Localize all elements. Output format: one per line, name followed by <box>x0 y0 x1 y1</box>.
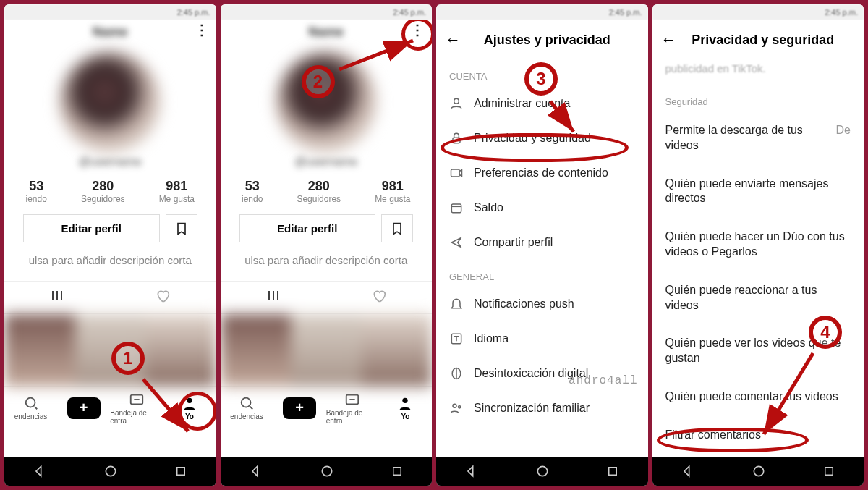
privacy-header: ← Privacidad y seguridad <box>652 20 864 59</box>
home-icon[interactable] <box>103 464 118 478</box>
profile-stats: 53iendo 280Seguidores 981Me gusta <box>4 179 216 204</box>
back-icon[interactable] <box>33 464 47 478</box>
profile-tabs <box>221 281 433 314</box>
tab-grid[interactable] <box>221 282 326 313</box>
section-seguridad: Seguridad <box>652 77 864 111</box>
status-bar: 2:45 p.m. <box>652 4 864 20</box>
stat-following[interactable]: 53iendo <box>26 179 47 204</box>
screenshot-1: 2:45 p.m. Name ⋮ @username 53iendo 280Se… <box>4 4 216 486</box>
back-button[interactable]: ← <box>445 30 468 49</box>
stat-likes[interactable]: 981Me gusta <box>159 179 195 204</box>
annotation-arrow-2 <box>333 35 427 78</box>
stat-followers[interactable]: 280Seguidores <box>297 179 341 204</box>
settings-title: Ajustes y privacidad <box>474 33 639 48</box>
tab-liked[interactable] <box>110 282 216 313</box>
row-cuentas-bloqueadas[interactable]: Cuentas bloqueadas <box>652 455 864 457</box>
status-bar: 2:45 p.m. <box>436 4 648 20</box>
stat-likes[interactable]: 981Me gusta <box>375 179 410 204</box>
annotation-1: 1 <box>111 342 145 375</box>
more-menu-button[interactable]: ⋮ <box>195 28 209 32</box>
bottom-nav: endencias + Bandeja de entra Yo <box>221 386 433 428</box>
svg-point-16 <box>459 406 461 408</box>
row-sincronizacion-familiar[interactable]: Sincronización familiar <box>436 391 648 426</box>
android-navbar <box>4 457 216 486</box>
tab-grid[interactable] <box>4 282 110 313</box>
edit-profile-button[interactable]: Editar perfil <box>23 214 160 242</box>
svg-point-3 <box>106 466 116 476</box>
svg-rect-9 <box>393 468 401 476</box>
bio-prompt[interactable]: ulsa para añadir descripción corta <box>221 254 433 266</box>
screenshot-4: 2:45 p.m. ← Privacidad y seguridad publi… <box>652 4 864 486</box>
nav-inbox[interactable]: Bandeja de entra <box>326 392 379 425</box>
watermark: andro4all <box>569 374 637 387</box>
video-grid[interactable] <box>221 314 433 386</box>
nav-home[interactable]: endencias <box>221 395 273 421</box>
home-icon[interactable] <box>535 464 550 478</box>
general-list: Notificaciones push Idioma Desintoxicaci… <box>436 287 648 426</box>
stat-followers[interactable]: 280Seguidores <box>81 179 125 204</box>
status-bar: 2:45 p.m. <box>221 4 433 20</box>
status-bar: 2:45 p.m. <box>4 4 216 20</box>
svg-rect-18 <box>609 468 617 476</box>
annotation-4: 4 <box>809 316 842 349</box>
nav-create[interactable]: + <box>273 397 326 419</box>
profile-name-blurred: Name <box>12 25 209 40</box>
truncated-text: publicidad en TikTok. <box>652 59 864 77</box>
recents-icon[interactable] <box>391 465 404 478</box>
profile-header: Name ⋮ <box>4 20 216 44</box>
username-blurred: @username <box>4 156 216 169</box>
android-navbar <box>652 457 864 486</box>
profile-stats: 53iendo 280Seguidores 981Me gusta <box>221 179 433 204</box>
tab-liked[interactable] <box>326 282 432 313</box>
svg-point-10 <box>454 98 459 104</box>
home-icon[interactable] <box>752 464 766 478</box>
back-icon[interactable] <box>464 464 479 478</box>
svg-point-0 <box>25 398 35 407</box>
recents-icon[interactable] <box>822 465 835 478</box>
screenshot-2: 2:45 p.m. Name ⋮ @username 53iendo 280Se… <box>221 4 433 486</box>
row-mensajes-directos[interactable]: Quién puede enviarte mensajes directos <box>652 165 864 219</box>
username-blurred: @username <box>221 156 433 169</box>
annotation-arrow-1 <box>136 372 201 444</box>
row-duo-pegar[interactable]: Quién puede hacer un Dúo con tus videos … <box>652 218 864 271</box>
android-navbar <box>221 457 433 486</box>
bookmark-button[interactable] <box>381 214 413 242</box>
svg-point-7 <box>403 398 408 403</box>
back-icon[interactable] <box>249 464 263 478</box>
settings-header: ← Ajustes y privacidad <box>436 20 648 59</box>
annotation-arrow-4 <box>751 349 823 443</box>
svg-rect-12 <box>451 169 460 177</box>
svg-point-15 <box>453 404 456 407</box>
stat-following[interactable]: 53iendo <box>242 179 263 204</box>
back-button[interactable]: ← <box>661 30 684 49</box>
row-descarga-videos[interactable]: Permite la descarga de tus videosDe <box>652 111 864 165</box>
nav-me[interactable]: Yo <box>379 395 432 421</box>
recents-icon[interactable] <box>606 465 619 478</box>
annotation-arrow-3 <box>533 97 584 140</box>
nav-create[interactable]: + <box>57 397 110 419</box>
back-icon[interactable] <box>681 464 695 478</box>
svg-rect-20 <box>825 468 833 476</box>
row-notificaciones[interactable]: Notificaciones push <box>436 287 648 321</box>
privacy-title: Privacidad y seguridad <box>690 33 856 48</box>
row-compartir-perfil[interactable]: Compartir perfil <box>436 225 648 260</box>
row-idioma[interactable]: Idioma <box>436 321 648 356</box>
android-navbar <box>436 457 648 486</box>
annotation-3: 3 <box>524 62 558 96</box>
row-saldo[interactable]: Saldo <box>436 190 648 225</box>
home-icon[interactable] <box>320 464 334 478</box>
svg-point-17 <box>538 466 548 476</box>
avatar[interactable] <box>59 51 161 153</box>
section-general: GENERAL <box>436 260 648 287</box>
edit-profile-button[interactable]: Editar perfil <box>239 214 376 242</box>
recents-icon[interactable] <box>174 465 187 478</box>
svg-rect-13 <box>451 204 461 213</box>
profile-tabs <box>4 281 216 314</box>
bookmark-button[interactable] <box>166 214 197 242</box>
svg-point-8 <box>322 466 331 476</box>
svg-point-5 <box>242 398 251 407</box>
bio-prompt[interactable]: ulsa para añadir descripción corta <box>4 254 216 266</box>
svg-point-19 <box>754 466 763 476</box>
nav-home[interactable]: endencias <box>4 395 57 421</box>
svg-rect-4 <box>177 468 185 476</box>
